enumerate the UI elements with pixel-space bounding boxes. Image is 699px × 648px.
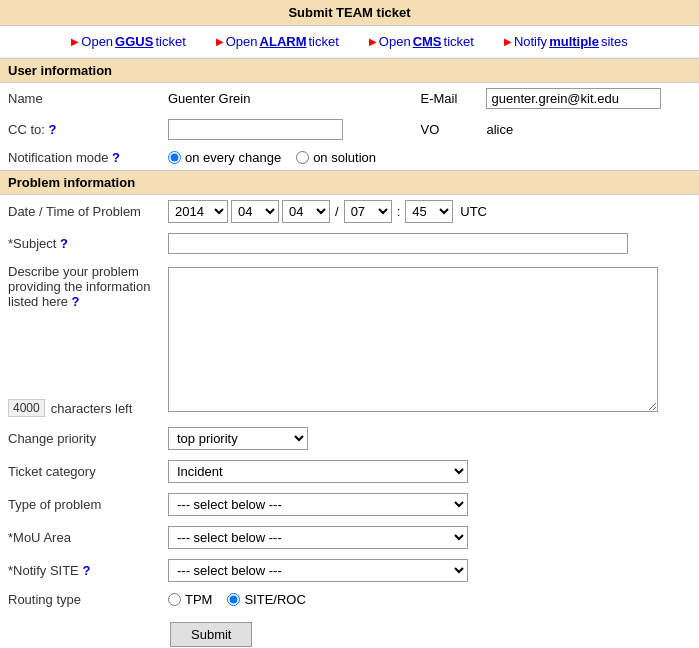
top-nav: ▶Open GGUS ticket ▶Open ALARM ticket ▶Op… bbox=[0, 26, 699, 58]
describe-label: Describe your problem providing the info… bbox=[0, 259, 160, 422]
notify-site-select[interactable]: --- select below --- bbox=[168, 559, 468, 582]
name-label: Name bbox=[0, 83, 160, 114]
subject-input[interactable] bbox=[168, 233, 628, 254]
type-label: Type of problem bbox=[0, 488, 160, 521]
notify-multiple-sites-link[interactable]: ▶Notify multiple sites bbox=[504, 34, 628, 49]
email-label: E-Mail bbox=[381, 83, 479, 114]
hour-select[interactable]: 07 bbox=[344, 200, 392, 223]
month-select[interactable]: 04 bbox=[231, 200, 279, 223]
page-title: Submit TEAM ticket bbox=[0, 0, 699, 26]
problem-info-header: Problem information bbox=[0, 170, 699, 195]
cc-input[interactable] bbox=[168, 119, 343, 140]
arrow-icon: ▶ bbox=[216, 36, 224, 47]
email-input[interactable] bbox=[486, 88, 661, 109]
priority-label: Change priority bbox=[0, 422, 160, 455]
notification-every-change[interactable]: on every change bbox=[168, 150, 281, 165]
datetime-group: 2014 04 04 / 07 : 45 UTC bbox=[168, 200, 691, 223]
notify-site-label: *Notify SITE ? bbox=[0, 554, 160, 587]
name-value: Guenter Grein bbox=[160, 83, 381, 114]
vo-label: VO bbox=[381, 114, 479, 145]
notification-help-link[interactable]: ? bbox=[112, 150, 120, 165]
mou-select[interactable]: --- select below --- bbox=[168, 526, 468, 549]
minute-select[interactable]: 45 bbox=[405, 200, 453, 223]
type-select[interactable]: --- select below --- bbox=[168, 493, 468, 516]
chars-left-label: characters left bbox=[51, 401, 133, 416]
routing-siteroc[interactable]: SITE/ROC bbox=[227, 592, 305, 607]
cc-label: CC to: ? bbox=[0, 114, 160, 145]
describe-help-link[interactable]: ? bbox=[72, 294, 80, 309]
arrow-icon: ▶ bbox=[369, 36, 377, 47]
open-alarm-link[interactable]: ▶Open ALARM ticket bbox=[216, 34, 339, 49]
submit-button[interactable]: Submit bbox=[170, 622, 252, 647]
year-select[interactable]: 2014 bbox=[168, 200, 228, 223]
notification-on-solution[interactable]: on solution bbox=[296, 150, 376, 165]
open-ggus-link[interactable]: ▶Open GGUS ticket bbox=[71, 34, 185, 49]
cc-help-link[interactable]: ? bbox=[48, 122, 56, 137]
routing-label: Routing type bbox=[0, 587, 160, 612]
routing-tpm[interactable]: TPM bbox=[168, 592, 212, 607]
mou-label: *MoU Area bbox=[0, 521, 160, 554]
category-select[interactable]: Incident Change Problem Service Request bbox=[168, 460, 468, 483]
subject-label: *Subject ? bbox=[0, 228, 160, 259]
open-cms-link[interactable]: ▶Open CMS ticket bbox=[369, 34, 474, 49]
priority-select[interactable]: top priority very urgent urgent less urg… bbox=[168, 427, 308, 450]
chars-count: 4000 bbox=[8, 399, 45, 417]
vo-value: alice bbox=[478, 114, 699, 145]
day-select[interactable]: 04 bbox=[282, 200, 330, 223]
arrow-icon: ▶ bbox=[71, 36, 79, 47]
subject-help-link[interactable]: ? bbox=[60, 236, 68, 251]
arrow-icon: ▶ bbox=[504, 36, 512, 47]
datetime-label: Date / Time of Problem bbox=[0, 195, 160, 228]
category-label: Ticket category bbox=[0, 455, 160, 488]
describe-textarea[interactable] bbox=[168, 267, 658, 412]
notify-site-help-link[interactable]: ? bbox=[82, 563, 90, 578]
user-info-header: User information bbox=[0, 58, 699, 83]
notification-label: Notification mode ? bbox=[0, 145, 160, 170]
